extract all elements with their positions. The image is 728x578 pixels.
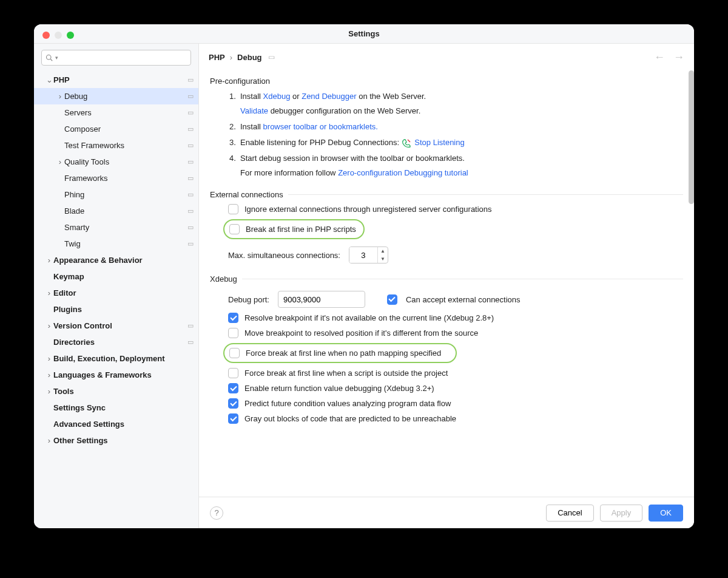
chevron-right-icon: ›: [56, 92, 64, 101]
sidebar-item-label: Version Control: [53, 321, 187, 330]
link-xdebug[interactable]: Xdebug: [263, 92, 291, 101]
minimize-window-icon[interactable]: [55, 32, 62, 39]
sidebar-item-directories[interactable]: Directories▭: [34, 334, 198, 350]
checkbox-enable-return-value[interactable]: [228, 383, 238, 393]
project-scope-icon: ▭: [187, 174, 194, 182]
checkbox-ignore-external[interactable]: [228, 204, 238, 214]
sidebar-item-phing[interactable]: Phing▭: [34, 186, 198, 203]
window-title: Settings: [348, 29, 379, 38]
sidebar-item-label: Editor: [53, 288, 194, 298]
dialog-footer: ? Cancel Apply OK: [199, 497, 694, 528]
sidebar-item-label: Plugins: [53, 305, 194, 314]
link-stop-listening[interactable]: Stop Listening: [414, 138, 464, 147]
sidebar-item-keymap[interactable]: Keymap: [34, 268, 198, 285]
sidebar-item-languages-frameworks[interactable]: ›Languages & Frameworks: [34, 367, 198, 383]
sidebar-item-test-frameworks[interactable]: Test Frameworks▭: [34, 137, 198, 154]
sidebar-item-editor[interactable]: ›Editor: [34, 285, 198, 301]
checkbox-gray-out-unreachable[interactable]: [228, 413, 238, 424]
sidebar-item-label: Advanced Settings: [53, 420, 194, 429]
sidebar-item-label: Keymap: [53, 272, 194, 281]
sidebar-item-label: Phing: [64, 190, 187, 199]
sidebar-item-php[interactable]: ⌄PHP▭: [34, 72, 198, 88]
settings-window: Settings ▾ ⌄PHP▭›Debug▭Servers▭Composer▭…: [34, 24, 694, 528]
settings-tree: ⌄PHP▭›Debug▭Servers▭Composer▭Test Framew…: [34, 69, 198, 528]
input-max-connections[interactable]: [349, 247, 377, 263]
chevron-right-icon: ›: [45, 387, 53, 396]
label-force-break-outside: Force break at first line when a script …: [244, 369, 448, 378]
cancel-button[interactable]: Cancel: [546, 505, 593, 522]
sidebar-item-servers[interactable]: Servers▭: [34, 104, 198, 121]
checkbox-force-break-no-mapping[interactable]: [229, 348, 240, 358]
label-break-first-line: Break at first line in PHP scripts: [246, 225, 356, 234]
label-max-connections: Max. simultaneous connections:: [228, 251, 340, 260]
sidebar-item-build-execution-deployment[interactable]: ›Build, Execution, Deployment: [34, 350, 198, 367]
link-browser-toolbar[interactable]: browser toolbar or bookmarklets.: [263, 122, 378, 131]
breadcrumb-root[interactable]: PHP: [209, 53, 225, 62]
spinner-max-connections[interactable]: ▲▼: [349, 246, 388, 264]
ok-button[interactable]: OK: [649, 505, 683, 522]
sidebar-item-label: Languages & Frameworks: [53, 370, 194, 379]
sidebar-item-twig[interactable]: Twig▭: [34, 236, 198, 252]
sidebar-item-version-control[interactable]: ›Version Control▭: [34, 318, 198, 334]
traffic-lights: [42, 32, 74, 39]
zoom-window-icon[interactable]: [67, 32, 74, 39]
checkbox-resolve-breakpoint[interactable]: [228, 313, 238, 323]
close-window-icon[interactable]: [42, 32, 50, 39]
sidebar-item-appearance-behavior[interactable]: ›Appearance & Behavior: [34, 252, 198, 268]
svg-point-0: [47, 55, 52, 60]
help-button[interactable]: ?: [210, 506, 223, 520]
link-zend-debugger[interactable]: Zend Debugger: [302, 92, 356, 101]
link-validate[interactable]: Validate: [240, 106, 268, 115]
step-enable-listening: Enable listening for PHP Debug Connectio…: [240, 137, 683, 149]
chevron-right-icon: ›: [45, 370, 53, 379]
spinner-up-icon[interactable]: ▲: [378, 247, 388, 255]
search-icon: [46, 54, 53, 61]
sidebar-item-label: Debug: [64, 92, 187, 101]
project-scope-icon: ▭: [187, 76, 194, 84]
sidebar-item-composer[interactable]: Composer▭: [34, 121, 198, 137]
nav-back-icon[interactable]: ←: [654, 51, 665, 64]
project-scope-icon: ▭: [187, 125, 194, 133]
dropdown-icon: ▾: [55, 55, 58, 61]
label-ignore-external: Ignore external connections through unre…: [244, 205, 492, 214]
chevron-down-icon: ⌄: [45, 75, 53, 84]
checkbox-predict-condition[interactable]: [228, 398, 238, 409]
sidebar-item-frameworks[interactable]: Frameworks▭: [34, 170, 198, 186]
sidebar-item-label: PHP: [53, 75, 187, 84]
section-preconfiguration: Pre-configuration: [210, 76, 683, 86]
spinner-down-icon[interactable]: ▼: [378, 255, 388, 263]
section-xdebug: Xdebug: [210, 274, 237, 284]
input-debug-port[interactable]: [278, 291, 365, 308]
svg-line-1: [50, 59, 52, 61]
label-accept-external: Can accept external connections: [406, 295, 521, 304]
sidebar-item-debug[interactable]: ›Debug▭: [34, 88, 198, 104]
sidebar-item-label: Other Settings: [53, 436, 194, 445]
checkbox-move-breakpoint[interactable]: [228, 328, 238, 338]
sidebar-item-plugins[interactable]: Plugins: [34, 301, 198, 318]
sidebar-item-label: Smarty: [64, 223, 187, 232]
checkbox-force-break-outside[interactable]: [228, 368, 238, 378]
sidebar-item-label: Test Frameworks: [64, 141, 187, 150]
search-input-wrap[interactable]: ▾: [41, 50, 191, 66]
sidebar-item-advanced-settings[interactable]: Advanced Settings: [34, 416, 198, 432]
label-force-break-no-mapping: Force break at first line when no path m…: [246, 348, 441, 358]
preconfiguration-steps: Install Xdebug or Zend Debugger on the W…: [210, 90, 683, 179]
phone-listen-icon: [402, 138, 411, 148]
sidebar-item-quality-tools[interactable]: ›Quality Tools▭: [34, 154, 198, 170]
checkbox-accept-external[interactable]: [387, 294, 397, 305]
sidebar-item-blade[interactable]: Blade▭: [34, 203, 198, 219]
sidebar-item-tools[interactable]: ›Tools: [34, 383, 198, 399]
link-zero-config-tutorial[interactable]: Zero-configuration Debugging tutorial: [338, 168, 468, 177]
main-content: Pre-configuration Install Xdebug or Zend…: [199, 70, 694, 497]
nav-forward-icon[interactable]: →: [673, 51, 684, 64]
checkbox-break-first-line[interactable]: [229, 224, 240, 234]
sidebar-item-settings-sync[interactable]: Settings Sync: [34, 399, 198, 416]
search-input[interactable]: [61, 53, 187, 63]
sidebar-item-label: Twig: [64, 239, 187, 248]
apply-button[interactable]: Apply: [600, 505, 643, 522]
scrollbar[interactable]: [689, 70, 694, 204]
sidebar-item-smarty[interactable]: Smarty▭: [34, 219, 198, 236]
sidebar-item-other-settings[interactable]: ›Other Settings: [34, 432, 198, 449]
project-scope-icon: ▭: [187, 141, 194, 149]
sidebar-item-label: Build, Execution, Deployment: [53, 354, 194, 363]
